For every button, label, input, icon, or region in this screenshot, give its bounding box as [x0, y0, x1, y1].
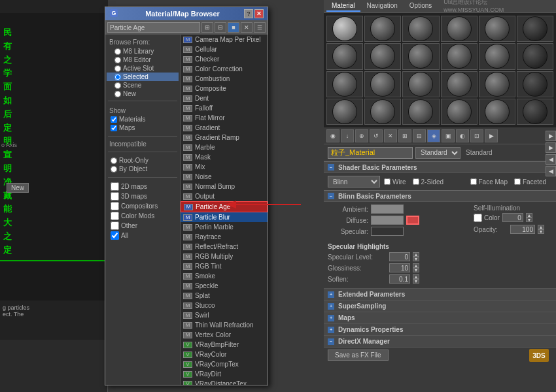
filter-by-object[interactable]: By Object: [109, 165, 176, 173]
sphere-cell-9[interactable]: [402, 43, 439, 69]
show-materials[interactable]: Materials: [109, 115, 176, 123]
tool-get-material[interactable]: ◉: [326, 129, 339, 142]
map-flatmirror[interactable]: MFlat Mirror: [181, 113, 268, 123]
side-icon-2[interactable]: ▶: [546, 142, 556, 153]
map-falloff[interactable]: MFalloff: [181, 103, 268, 113]
sphere-cell-24[interactable]: [517, 99, 553, 125]
map-composite[interactable]: MComposite: [181, 84, 268, 93]
sphere-cell-1[interactable]: [326, 16, 363, 42]
color-value-input[interactable]: [502, 213, 523, 222]
map-vraybmpfilter[interactable]: VVRayBmpFilter: [181, 340, 268, 350]
map-speckle[interactable]: MSpeckle: [181, 281, 268, 291]
tab-options[interactable]: Options: [404, 1, 437, 12]
new-btn[interactable]: New: [7, 183, 29, 193]
browse-activeslot[interactable]: Active Slot: [107, 64, 179, 73]
tool-reset[interactable]: ↺: [370, 129, 383, 142]
ext-toggle[interactable]: +: [328, 291, 334, 298]
map-particleage[interactable]: MParticle Age: [181, 201, 268, 212]
directx-section[interactable]: − DirectX Manager: [324, 335, 556, 347]
filter-3dmaps[interactable]: 3D maps: [109, 191, 176, 201]
map-vraycomptex[interactable]: VVRayCompTex: [181, 359, 268, 369]
map-vertexcolor[interactable]: MVertex Color: [181, 330, 268, 340]
side-icon-1[interactable]: ▶: [546, 131, 556, 141]
filter-other[interactable]: Other: [109, 221, 176, 231]
map-thinwall[interactable]: MThin Wall Refraction: [181, 320, 268, 330]
sf-down[interactable]: ▼: [413, 279, 419, 284]
tool-video[interactable]: ▶: [485, 129, 498, 142]
soften-input[interactable]: [389, 274, 410, 284]
map-cellular[interactable]: MCellular: [181, 44, 268, 54]
sphere-cell-13[interactable]: [326, 71, 363, 97]
sphere-cell-16[interactable]: [441, 71, 478, 97]
sphere-cell-14[interactable]: [364, 71, 401, 97]
map-checker[interactable]: MChecker: [181, 54, 268, 64]
sphere-cell-8[interactable]: [364, 43, 401, 69]
map-smoke[interactable]: MSmoke: [181, 271, 268, 281]
map-reflectrefract[interactable]: MReflect/Refract: [181, 242, 268, 252]
sphere-cell-11[interactable]: [479, 43, 515, 69]
tool-put-material[interactable]: ↓: [341, 129, 354, 142]
opacity-spin-down[interactable]: ▼: [538, 229, 544, 234]
map-rgbmultiply[interactable]: MRGB Multiply: [181, 252, 268, 261]
sl-up[interactable]: ▲: [413, 252, 419, 257]
shader-type-select[interactable]: Blinn: [328, 176, 380, 188]
sphere-cell-7[interactable]: [326, 43, 363, 69]
filter-compositors[interactable]: Compositors: [109, 201, 176, 211]
sphere-cell-2[interactable]: [364, 16, 401, 42]
map-stucco[interactable]: MStucco: [181, 301, 268, 310]
sphere-cell-15[interactable]: [402, 71, 439, 97]
spin-down[interactable]: ▼: [526, 218, 532, 222]
shader-toggle[interactable]: −: [328, 164, 334, 171]
sf-up[interactable]: ▲: [413, 274, 419, 279]
map-marble[interactable]: MMarble: [181, 142, 268, 152]
sphere-cell-18[interactable]: [517, 71, 553, 97]
sphere-cell-12[interactable]: [517, 43, 553, 69]
sphere-cell-6[interactable]: [517, 16, 553, 42]
dyn-toggle[interactable]: +: [328, 327, 334, 333]
filter-colormods[interactable]: Color Mods: [109, 211, 176, 221]
tool-copy[interactable]: ⊞: [398, 129, 411, 142]
map-combustion[interactable]: MCombustion: [181, 74, 268, 84]
map-dent[interactable]: MDent: [181, 93, 268, 103]
gloss-spinner[interactable]: ▲ ▼: [413, 263, 419, 272]
supersampling-section[interactable]: + SuperSampling: [324, 300, 556, 312]
map-vraydirt[interactable]: VVRayDirt: [181, 369, 268, 379]
material-name-input[interactable]: [328, 147, 413, 159]
maps-section[interactable]: + Maps: [324, 312, 556, 323]
map-mix[interactable]: MMix: [181, 162, 268, 172]
map-raytrace[interactable]: MRaytrace: [181, 232, 268, 242]
blinn-section-bar[interactable]: − Blinn Basic Parameters: [324, 190, 556, 202]
sphere-cell-4[interactable]: [441, 16, 478, 42]
spin-up[interactable]: ▲: [526, 213, 532, 218]
glossiness-input[interactable]: [389, 263, 410, 272]
shader-section-bar[interactable]: − Shader Basic Parameters: [324, 161, 556, 173]
map-splat[interactable]: MSplat: [181, 291, 268, 301]
map-normalbump[interactable]: MNormal Bump: [181, 182, 268, 191]
tool-paste[interactable]: ⊟: [413, 129, 426, 142]
opacity-input[interactable]: [510, 225, 535, 234]
spec-level-input[interactable]: [389, 252, 410, 261]
two-sided-check[interactable]: 2-Sided: [413, 178, 443, 186]
sphere-cell-19[interactable]: [326, 99, 363, 125]
sphere-cell-3[interactable]: [402, 16, 439, 42]
browse-m8editor[interactable]: M8 Editor: [107, 56, 179, 64]
sphere-cell-22[interactable]: [441, 99, 478, 125]
save-fx-button[interactable]: Save as FX File: [328, 350, 389, 361]
opacity-spin-up[interactable]: ▲: [538, 225, 544, 229]
tool-delete[interactable]: ✕: [384, 129, 397, 142]
map-output[interactable]: MOutput: [181, 191, 268, 201]
maps-list-scroll[interactable]: MCamera Map Per Pixel MCellular MChecker…: [181, 35, 268, 385]
browse-m8library[interactable]: M8 Library: [107, 47, 179, 56]
sphere-cell-5[interactable]: [479, 16, 515, 42]
side-icon-3[interactable]: ◀: [546, 154, 556, 165]
map-noise[interactable]: MNoise: [181, 172, 268, 182]
tool-show-map[interactable]: ◈: [427, 129, 440, 142]
extended-params-section[interactable]: + Extended Parameters: [324, 288, 556, 300]
sphere-cell-23[interactable]: [479, 99, 515, 125]
tool-sample-uv[interactable]: ⊡: [470, 129, 483, 142]
map-camera[interactable]: MCamera Map Per Pixel: [181, 35, 268, 44]
color-check[interactable]: Color: [474, 214, 500, 222]
tab-util[interactable]: Util思维设计论坛 www.MISSYUAN.COM: [438, 0, 553, 16]
map-swirl[interactable]: MSwirl: [181, 310, 268, 320]
toolbar-btn-5[interactable]: ☰: [254, 22, 266, 33]
